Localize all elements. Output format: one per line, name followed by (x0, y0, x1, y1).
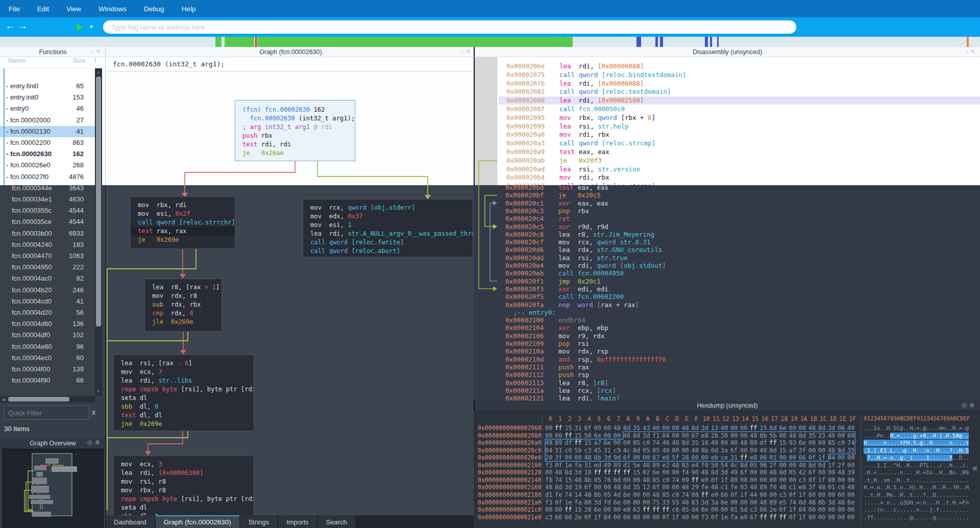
hex-byte[interactable]: 48 (760, 447, 770, 454)
hex-byte[interactable]: e0 (711, 491, 721, 498)
hex-byte[interactable]: 00 (633, 476, 643, 484)
hex-byte[interactable]: 5e (633, 462, 643, 469)
hex-byte[interactable]: 85 (652, 476, 663, 484)
hex-byte[interactable]: 2e (574, 514, 584, 521)
hex-byte[interactable]: 3a (721, 447, 731, 454)
hex-byte[interactable]: 00 (838, 476, 848, 484)
hex-byte[interactable]: 67 (750, 514, 760, 521)
hex-byte[interactable]: 6e (623, 491, 633, 498)
hex-byte[interactable]: 00 (847, 491, 857, 498)
hex-byte[interactable]: 00 (789, 454, 799, 461)
disasm-instruction[interactable]: nop word [rax + rax] (558, 301, 639, 309)
hex-byte[interactable]: 5f (672, 454, 682, 461)
hex-byte[interactable]: 33 (662, 499, 672, 506)
hex-byte[interactable]: 48 (818, 484, 828, 491)
disasm-instruction[interactable]: mov rdi, rbx (559, 131, 609, 138)
back-arrow-icon[interactable]: ← (5, 20, 15, 32)
hex-byte[interactable]: 14 (574, 491, 584, 498)
hex-byte[interactable]: 8d (711, 469, 721, 476)
hex-byte[interactable]: c3 (799, 476, 809, 484)
instruction-line[interactable]: repe cmpsb byte [rsi], byte ptr [rdi] (121, 385, 251, 394)
hex-row-address[interactable]: 0x00000000000020c0 (478, 447, 542, 454)
hex-ascii-text[interactable]: ?..H.=.o..g._(....1......f..D.. (864, 455, 969, 461)
hex-byte[interactable]: 00 (847, 454, 857, 461)
hex-byte[interactable]: 00 (828, 491, 838, 498)
hex-byte[interactable]: 44 (750, 491, 760, 498)
hex-byte[interactable]: 00 (604, 484, 614, 491)
scroll-up-arrow-icon[interactable]: ▲ (96, 69, 101, 74)
hex-byte[interactable]: 0f (789, 491, 799, 498)
hex-byte[interactable]: 48 (760, 499, 770, 506)
disasm-address[interactable]: 0x00002106 (505, 332, 544, 340)
hex-byte[interactable]: 48 (808, 424, 819, 432)
hex-byte[interactable]: fe (701, 484, 712, 491)
function-row[interactable]: - entry.fini065 (0, 81, 95, 92)
hex-byte[interactable]: 48 (789, 432, 799, 439)
hex-byte[interactable]: 48 (614, 424, 624, 432)
hex-byte[interactable]: c0 (662, 476, 672, 484)
hex-byte[interactable]: 00 (594, 484, 604, 491)
hex-byte[interactable]: 5d (740, 506, 750, 513)
hex-byte[interactable]: 15 (779, 447, 789, 454)
hex-byte[interactable]: 00 (847, 476, 857, 484)
hex-byte[interactable]: 89 (760, 484, 770, 491)
hex-byte[interactable]: 00 (847, 506, 857, 513)
hex-byte[interactable]: 50 (711, 462, 721, 469)
hex-byte[interactable]: 00 (828, 506, 838, 513)
hex-byte[interactable]: 48 (555, 469, 565, 476)
hex-byte[interactable]: fe (730, 484, 741, 491)
hex-byte[interactable]: 2e (769, 506, 779, 513)
disasm-address[interactable]: 0x000020c5 (505, 223, 544, 231)
hex-byte[interactable]: ff (769, 514, 779, 521)
tab-imports[interactable]: Imports (278, 515, 316, 528)
hex-byte[interactable]: 3a (711, 499, 721, 506)
hex-byte[interactable]: 48 (545, 439, 555, 446)
instruction-line[interactable]: je 0x26ae (242, 149, 351, 158)
hex-byte[interactable]: 8d (779, 469, 789, 476)
function-row[interactable]: - fcn.000026e0268 (0, 160, 95, 171)
hex-ascii-text[interactable]: H.....n....tFH.5.@..H.....n....t (864, 440, 969, 446)
hex-byte[interactable]: 6f (740, 469, 750, 476)
hex-byte[interactable]: 00 (838, 506, 848, 513)
hex-byte[interactable]: 49 (730, 469, 741, 476)
disasm-instruction[interactable]: call fcn.000050c0 (559, 105, 625, 113)
disasm-address[interactable]: 0x000020fa (505, 301, 544, 309)
hex-byte[interactable]: 80 (828, 476, 838, 484)
hex-byte[interactable]: 35 (808, 432, 819, 439)
hex-byte[interactable]: 00 (808, 439, 819, 446)
instruction-line[interactable]: sbb dl, 0 (121, 403, 251, 411)
menu-file[interactable]: File (0, 0, 29, 17)
hex-byte[interactable]: 00 (614, 506, 624, 513)
hex-byte[interactable]: 00 (818, 491, 828, 498)
hex-byte[interactable]: 6f (808, 469, 819, 476)
disassembly-dark-region[interactable]: 0x000020bdtest eax, eax0x000020bfje 0x20… (474, 185, 980, 400)
hex-byte[interactable]: 16 (701, 439, 712, 446)
hex-byte[interactable]: 6e (799, 439, 809, 446)
hex-byte[interactable]: 00 (633, 514, 643, 521)
hex-byte[interactable]: 85 (828, 439, 838, 446)
hex-byte[interactable]: 89 (555, 439, 565, 446)
disasm-instruction[interactable]: pop rsi (558, 340, 589, 347)
disasm-instruction[interactable]: mov rcx, qword str.8.31 (558, 238, 651, 246)
hex-byte[interactable]: 93 (789, 439, 799, 446)
disasm-instruction[interactable]: xor r9d, r9d (558, 223, 608, 231)
instruction-line[interactable]: (fcn) fcn.00002630 162 (242, 106, 351, 114)
hex-byte[interactable]: 6e (594, 432, 604, 439)
hex-row-address[interactable]: 0x00000000000020a0 (478, 439, 542, 446)
hex-byte[interactable]: 00 (769, 476, 779, 484)
hex-byte[interactable]: 3d (828, 424, 838, 432)
hex-byte[interactable]: 80 (730, 476, 741, 484)
graph-close-icon[interactable]: × (467, 48, 473, 55)
disasm-address[interactable]: 0x00002088 (506, 96, 545, 104)
disasm-instruction[interactable]: and rsp, 0xfffffffffffffff0 (558, 356, 666, 363)
hex-byte[interactable]: 00 (545, 432, 555, 439)
hex-row-address[interactable]: 0x0000000000002160 (478, 484, 542, 491)
hex-byte[interactable]: 8b (760, 432, 770, 439)
hex-byte[interactable]: 3d (701, 499, 712, 506)
hex-byte[interactable]: 8d (808, 462, 819, 469)
graph-overview-canvas[interactable] (2, 449, 104, 528)
hex-byte[interactable]: 3f (555, 454, 565, 461)
hex-byte[interactable]: 48 (545, 484, 555, 491)
hex-byte[interactable]: ff (769, 439, 779, 446)
disasm-row[interactable]: 0x00002088lea rdi, [0x00002580] (499, 96, 980, 105)
